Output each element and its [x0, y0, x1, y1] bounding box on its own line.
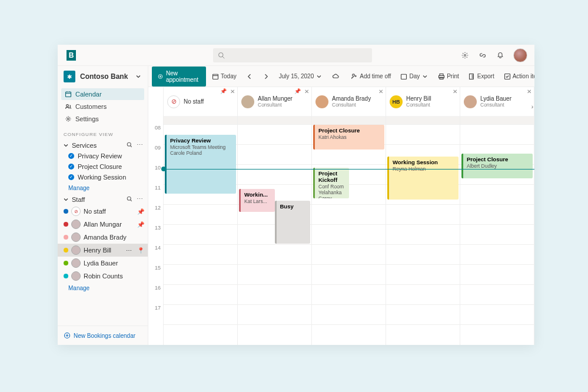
staff-item[interactable]: Robin Counts	[58, 270, 148, 283]
bell-icon[interactable]	[496, 51, 505, 60]
column-body[interactable]: Project ClosureKatri AhokasProject Kicko…	[312, 117, 386, 345]
next-day-button[interactable]	[259, 71, 273, 82]
time-cell[interactable]	[312, 245, 386, 265]
export-button[interactable]: Export	[465, 71, 498, 82]
time-cell[interactable]	[460, 225, 534, 245]
time-cell[interactable]	[164, 245, 237, 265]
staff-item[interactable]: Henry Bill⋯📍	[58, 244, 148, 257]
calendar-event[interactable]: Project ClosureAlbert Dudley	[461, 154, 533, 178]
time-cell[interactable]	[312, 225, 386, 245]
new-bookings-calendar[interactable]: New Bookings calendar	[58, 325, 148, 345]
weather-button[interactable]	[328, 71, 343, 82]
time-cell[interactable]	[460, 245, 534, 265]
time-cell[interactable]	[460, 205, 534, 225]
staff-item[interactable]: ⊘No staff📌	[58, 205, 148, 218]
search-icon[interactable]	[126, 141, 133, 148]
user-avatar[interactable]	[513, 48, 527, 62]
time-cell[interactable]	[312, 205, 386, 225]
print-button[interactable]: Print	[434, 71, 463, 82]
org-picker[interactable]: ✱ Contoso Bank	[58, 66, 148, 87]
service-item[interactable]: ✓Privacy Review	[58, 151, 148, 161]
calendar-event[interactable]: Busy	[275, 201, 311, 244]
close-icon[interactable]: ✕	[453, 88, 457, 95]
nav-settings[interactable]: Settings	[61, 113, 144, 125]
pin-icon[interactable]: 📌	[220, 88, 227, 94]
column-body[interactable]: Workin...Kat Lars...Busy	[238, 117, 311, 345]
service-item[interactable]: ✓Project Closure	[58, 161, 148, 172]
time-cell[interactable]	[164, 205, 237, 225]
time-cell[interactable]	[386, 225, 460, 245]
column-body[interactable]: Project ClosureAlbert Dudley	[460, 117, 534, 345]
time-cell[interactable]	[238, 145, 311, 165]
pin-icon[interactable]: 📌	[137, 221, 144, 228]
time-cell[interactable]	[164, 265, 237, 285]
time-cell[interactable]	[460, 285, 534, 305]
pin-icon[interactable]: 📌	[294, 88, 301, 94]
time-cell[interactable]	[238, 265, 311, 285]
time-cell[interactable]	[238, 125, 311, 145]
time-cell[interactable]	[164, 285, 237, 305]
link-icon[interactable]	[478, 51, 487, 60]
nav-calendar[interactable]: Calendar	[61, 88, 144, 100]
new-appointment-button[interactable]: New appointment	[152, 67, 206, 87]
time-cell[interactable]	[460, 185, 534, 205]
calendar-event[interactable]: Working SessionReyna Holman	[387, 157, 459, 200]
services-header[interactable]: Services ⋯	[58, 139, 148, 151]
time-cell[interactable]	[238, 245, 311, 265]
nav-customers[interactable]: Customers	[61, 101, 144, 112]
time-cell[interactable]	[164, 305, 237, 325]
time-cell[interactable]	[312, 305, 386, 325]
add-time-off-button[interactable]: Add time off	[347, 71, 394, 82]
event-title: Project Closure	[467, 156, 529, 162]
scroll-right-button[interactable]: ›	[531, 104, 533, 110]
time-cell[interactable]	[386, 305, 460, 325]
view-picker[interactable]: Day	[397, 71, 432, 82]
time-cell[interactable]	[312, 285, 386, 305]
time-cell[interactable]	[460, 125, 534, 145]
time-cell[interactable]	[460, 305, 534, 325]
time-cell[interactable]	[312, 265, 386, 285]
close-icon[interactable]: ✕	[527, 88, 531, 95]
pin-icon[interactable]: 📌	[137, 208, 144, 215]
prev-day-button[interactable]	[242, 71, 257, 82]
more-icon[interactable]: ⋯	[126, 247, 132, 254]
calendar-event[interactable]: Project KickoffConf Room YelahankaCarey …	[313, 168, 349, 198]
time-cell[interactable]	[386, 205, 460, 225]
column-body[interactable]: Working SessionReyna Holman	[386, 117, 460, 345]
search-icon[interactable]	[126, 195, 133, 202]
calendar-event[interactable]: Project ClosureKatri Ahokas	[313, 125, 384, 150]
more-icon[interactable]: ⋯	[137, 195, 143, 203]
staff-item[interactable]: Amanda Brady	[58, 231, 148, 244]
pin-outline-icon[interactable]: 📍	[137, 247, 144, 254]
time-cell[interactable]	[386, 265, 460, 285]
time-cell[interactable]	[238, 285, 311, 305]
svg-point-0	[219, 52, 224, 57]
close-icon[interactable]: ✕	[378, 88, 383, 95]
time-cell[interactable]	[386, 125, 460, 145]
time-cell[interactable]	[386, 245, 460, 265]
action-items-button[interactable]: Action items ✓	[500, 71, 534, 82]
search-input[interactable]	[213, 48, 372, 62]
person-column: ✕HBHenry BillConsultantWorking SessionRe…	[386, 87, 460, 345]
time-cell[interactable]	[238, 165, 311, 185]
manage-services-link[interactable]: Manage	[58, 182, 148, 194]
staff-header[interactable]: Staff ⋯	[58, 194, 148, 205]
staff-item[interactable]: Lydia Bauer	[58, 257, 148, 270]
calendar-event[interactable]: Workin...Kat Lars...	[239, 189, 275, 212]
manage-staff-link[interactable]: Manage	[58, 283, 148, 294]
column-body[interactable]: Privacy ReviewMicrosoft Teams MeetingCar…	[164, 117, 237, 345]
status-dot-icon	[64, 235, 68, 240]
close-icon[interactable]: ✕	[230, 88, 235, 95]
time-cell[interactable]	[164, 225, 237, 245]
service-item[interactable]: ✓Working Session	[58, 172, 148, 182]
staff-item[interactable]: Allan Mungar📌	[58, 218, 148, 231]
calendar-event[interactable]: Privacy ReviewMicrosoft Teams MeetingCar…	[165, 135, 236, 194]
close-icon[interactable]: ✕	[304, 88, 309, 95]
time-cell[interactable]	[238, 305, 311, 325]
time-cell[interactable]	[460, 265, 534, 285]
time-cell[interactable]	[386, 285, 460, 305]
gear-icon[interactable]	[460, 51, 470, 60]
more-icon[interactable]: ⋯	[137, 141, 143, 149]
date-picker[interactable]: July 15, 2020	[275, 71, 327, 82]
today-button[interactable]: Today	[208, 71, 240, 82]
